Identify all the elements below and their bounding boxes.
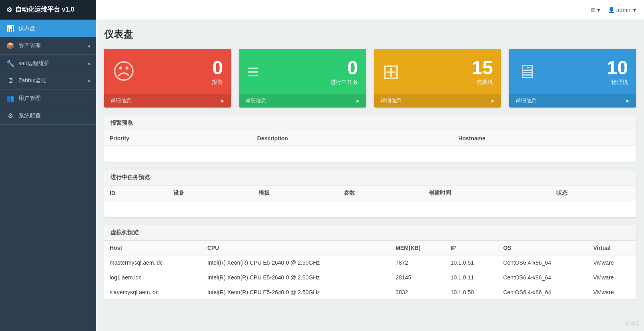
vm-cell-cpu-1: Intel(R) Xeon(R) CPU E5-2640 0 @ 2.50GHz	[202, 270, 390, 285]
sidebar-item-zabbix[interactable]: 🖥 Zabbix监控 ◂	[0, 72, 96, 90]
topbar: ✉ ▾ 👤 admin ▾	[96, 0, 644, 20]
stat-cards: ☹ 0 报警 详细信息 ➤ ≡ 0 进行中任务 详细信息 ➤ ⊞ 15	[104, 49, 636, 108]
card-footer-alerts[interactable]: 详细信息 ➤	[104, 94, 231, 108]
vm-cell-host-1: log1.aem.idc	[104, 270, 202, 285]
card-footer-tasks[interactable]: 详细信息 ➤	[239, 94, 366, 108]
sidebar-label-assets: 资产管理	[18, 42, 83, 50]
vm-cell-os-0: CentOS6.4-x86_64	[498, 255, 588, 270]
sidebar-logo: ⚙ 自动化运维平台 v1.0	[0, 0, 96, 20]
card-number-vms: 15	[471, 57, 493, 79]
task-col-模板: 模板	[253, 185, 338, 201]
card-icon-tasks: ≡	[247, 61, 259, 82]
vm-cell-ip-1: 10.1.0.11	[445, 270, 498, 285]
sidebar-item-sysconfig[interactable]: ⚙ 系统配置	[0, 107, 96, 125]
sidebar-nav: 📊 仪表盘 📦 资产管理 ◂ 🔧 salt远程维护 ◂ 🖥 Zabbix监控 ◂…	[0, 20, 96, 125]
card-icon-vms: ⊞	[382, 60, 400, 84]
sidebar-icon-dashboard: 📊	[6, 24, 14, 32]
card-vms: ⊞ 15 虚拟机 详细信息 ➤	[374, 49, 501, 108]
card-tasks: ≡ 0 进行中任务 详细信息 ➤	[239, 49, 366, 108]
alert-col-hostname: Hostname	[453, 131, 636, 146]
vm-row-0: mastermysql.aem.idcIntel(R) Xeon(R) CPU …	[104, 255, 636, 270]
sidebar-icon-users: 👥	[6, 94, 14, 102]
vm-cell-os-2: CentOS6.4-x86_64	[498, 285, 588, 300]
card-icon-physical: 🖥	[517, 60, 536, 82]
vm-cell-mem-1: 28145	[390, 270, 445, 285]
task-col-ID: ID	[104, 185, 168, 201]
alert-col-description: Description	[252, 131, 453, 146]
alert-panel: 报警预览 PriorityDescriptionHostname	[104, 116, 636, 162]
sidebar-item-dashboard[interactable]: 📊 仪表盘	[0, 20, 96, 37]
sidebar-label-users: 用户管理	[18, 95, 90, 102]
vm-cell-mem-0: 7872	[390, 255, 445, 270]
card-footer-icon-tasks: ➤	[355, 98, 360, 104]
task-col-设备: 设备	[168, 185, 253, 201]
sidebar-icon-salt: 🔧	[6, 60, 14, 67]
vm-cell-mem-2: 3832	[390, 285, 445, 300]
sidebar-item-assets[interactable]: 📦 资产管理 ◂	[0, 37, 96, 55]
card-label-physical: 物理机	[607, 79, 628, 86]
sidebar-arrow-salt: ◂	[87, 61, 90, 66]
watermark: 亿速云	[626, 320, 640, 327]
sidebar-label-dashboard: 仪表盘	[18, 25, 90, 32]
sidebar: ⚙ 自动化运维平台 v1.0 📊 仪表盘 📦 资产管理 ◂ 🔧 salt远程维护…	[0, 0, 96, 331]
card-number-physical: 10	[607, 57, 628, 79]
sidebar-label-sysconfig: 系统配置	[18, 112, 90, 120]
task-col-状态: 状态	[551, 185, 636, 201]
vm-col-host: Host	[104, 241, 202, 255]
mail-arrow: ▾	[597, 7, 600, 13]
sidebar-label-zabbix: Zabbix监控	[18, 77, 83, 84]
sidebar-item-users[interactable]: 👥 用户管理	[0, 90, 96, 107]
card-number-tasks: 0	[330, 57, 358, 79]
sidebar-label-salt: salt远程维护	[18, 60, 83, 67]
vm-cell-cpu-0: Intel(R) Xeon(R) CPU E5-2640 0 @ 2.50GHz	[202, 255, 390, 270]
page-title: 仪表盘	[104, 28, 636, 41]
vm-cell-virtual-0: VMware	[588, 255, 636, 270]
task-panel-title: 进行中任务预览	[104, 170, 636, 185]
sidebar-icon-sysconfig: ⚙	[6, 112, 14, 120]
alert-col-priority: Priority	[104, 131, 252, 146]
card-number-alerts: 0	[212, 57, 223, 79]
card-label-vms: 虚拟机	[471, 79, 493, 86]
mail-icon: ✉	[591, 7, 596, 13]
alert-table: PriorityDescriptionHostname	[104, 131, 636, 162]
card-footer-icon-physical: ➤	[625, 98, 630, 104]
card-footer-icon-alerts: ➤	[220, 98, 225, 104]
card-footer-text-tasks: 详细信息	[245, 97, 266, 104]
sidebar-arrow-zabbix: ◂	[87, 78, 90, 84]
sidebar-arrow-assets: ◂	[87, 43, 90, 49]
vm-cell-host-2: slavemysql.aem.idc	[104, 285, 202, 300]
user-menu[interactable]: 👤 admin ▾	[608, 7, 636, 13]
mail-menu[interactable]: ✉ ▾	[591, 7, 600, 13]
user-icon: 👤	[608, 7, 615, 13]
alert-empty	[104, 146, 636, 162]
card-icon-alerts: ☹	[112, 58, 135, 84]
task-empty	[104, 201, 636, 217]
vm-panel-title: 虚拟机预览	[104, 225, 636, 241]
vm-cell-virtual-1: VMware	[588, 270, 636, 285]
vm-panel: 虚拟机预览 HostCPUMEM(KB)IPOSVirtual mastermy…	[104, 225, 636, 299]
user-arrow: ▾	[633, 7, 636, 13]
vm-row-1: log1.aem.idcIntel(R) Xeon(R) CPU E5-2640…	[104, 270, 636, 285]
vm-table: HostCPUMEM(KB)IPOSVirtual mastermysql.ae…	[104, 241, 636, 299]
user-label: admin	[616, 7, 632, 13]
task-col-创建时间: 创建时间	[423, 185, 551, 201]
vm-col-ip: IP	[445, 241, 498, 255]
vm-cell-virtual-2: VMware	[588, 285, 636, 300]
card-footer-text-physical: 详细信息	[516, 97, 536, 104]
vm-col-mem-kb-: MEM(KB)	[390, 241, 445, 255]
logo-title: 自动化运维平台 v1.0	[15, 6, 74, 14]
task-panel: 进行中任务预览 ID设备模板参数创建时间状态	[104, 170, 636, 217]
card-label-alerts: 报警	[212, 79, 223, 86]
task-table: ID设备模板参数创建时间状态	[104, 185, 636, 217]
vm-col-os: OS	[498, 241, 588, 255]
main-content: 仪表盘 ☹ 0 报警 详细信息 ➤ ≡ 0 进行中任务 详细信息 ➤	[96, 0, 644, 331]
logo-icon: ⚙	[6, 6, 12, 14]
sidebar-item-salt[interactable]: 🔧 salt远程维护 ◂	[0, 55, 96, 72]
vm-cell-host-0: mastermysql.aem.idc	[104, 255, 202, 270]
card-footer-vms[interactable]: 详细信息 ➤	[374, 94, 501, 108]
vm-cell-ip-2: 10.1.0.50	[445, 285, 498, 300]
card-footer-physical[interactable]: 详细信息 ➤	[509, 94, 636, 108]
card-footer-text-alerts: 详细信息	[110, 97, 131, 104]
card-physical: 🖥 10 物理机 详细信息 ➤	[509, 49, 636, 108]
card-alerts: ☹ 0 报警 详细信息 ➤	[104, 49, 231, 108]
